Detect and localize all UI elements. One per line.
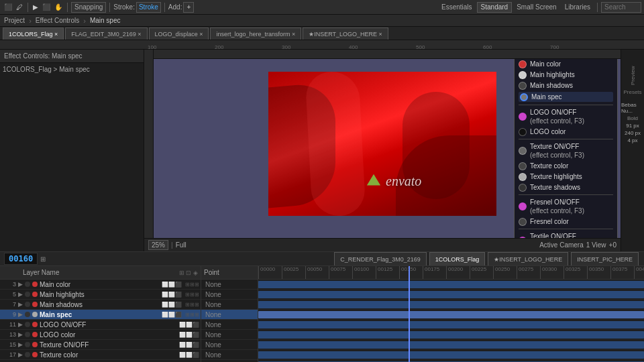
layer-row-13[interactable]: 13 ▶ LOGO color ⬜⬜⬛ <box>0 330 201 340</box>
prop-label-main-highlights: Main highlights <box>530 70 575 79</box>
viewer-tab-insert-logo[interactable]: insert_logo_here_transform × <box>210 27 301 40</box>
layer-name-11: LOGO ON/OFF <box>40 321 177 328</box>
prop-section-textile: Textile ON/OFF(effect control, F3) Texti… <box>519 232 613 238</box>
expand-arrow-11[interactable]: ▶ <box>18 321 23 328</box>
prop-row-main-shadows[interactable]: Main shadows <box>519 81 613 90</box>
layer-num-9: 9 <box>3 311 16 318</box>
layer-row-11[interactable]: 11 ▶ LOGO ON/OFF ⬜⬜⬛ <box>0 320 201 330</box>
toolbar-separator <box>67 3 68 12</box>
track-bar-11 <box>258 321 644 328</box>
prop-circle-main-spec <box>520 93 528 101</box>
zoom-btn[interactable]: 25% <box>148 240 168 250</box>
time-125: 00125 <box>376 266 392 279</box>
layer-name-9: Main spec <box>40 311 160 318</box>
add-icon[interactable]: + <box>183 2 194 13</box>
tool-btn[interactable]: ▶ <box>32 3 40 11</box>
layer-flags-3: ⬜⬜⬛ <box>162 282 182 288</box>
layer-name-header: Layer Name <box>23 269 59 276</box>
timeline-top-bar: 00160 ⊞ C_RENDER_Flag_3M0_2169 1COLORS_F… <box>0 251 644 266</box>
properties-panel: Main color Main highlights Main shadows <box>514 55 618 238</box>
breadcrumb-project[interactable]: Project <box>0 15 29 26</box>
layer-row-5[interactable]: 5 ▶ Main highlights ⬜⬜⬛ ⊞⊞⊞ <box>0 290 201 300</box>
prop-circle-fresnel-color <box>519 218 527 226</box>
prop-label-texture-color: Texture color <box>530 162 568 170</box>
video-canvas: envato <box>268 72 496 216</box>
svg-marker-0 <box>367 174 380 186</box>
standard-btn[interactable]: Standard <box>477 2 513 13</box>
stroke-btn[interactable]: Stroke <box>136 2 161 13</box>
tab-1colors-flag[interactable]: 1COLORS_Flag <box>429 252 486 265</box>
expand-arrow-7[interactable]: ▶ <box>18 301 23 308</box>
prop-row-main-color[interactable]: Main color <box>519 60 613 68</box>
viewer-tab-flag-edit[interactable]: FLAG_EDIT_3M0_2169 × <box>65 27 147 40</box>
toolbar-separator <box>109 3 110 12</box>
snapping-label[interactable]: Snapping <box>71 2 106 13</box>
camera-btn[interactable]: Active Camera <box>539 241 584 249</box>
layer-switch-7: ⊞⊞⊞ <box>185 302 199 308</box>
layer-row-15[interactable]: 15 ▶ Texture ON/OFF ⬜⬜⬛ <box>0 340 201 350</box>
layer-row-17[interactable]: 17 ▶ Texture color ⬜⬜⬛ <box>0 350 201 360</box>
layer-name-13: LOGO color <box>40 331 177 339</box>
layer-num-13: 13 <box>3 331 16 338</box>
essentials-btn[interactable]: Essentials <box>438 3 476 11</box>
layer-flags-11: ⬜⬜⬛ <box>179 322 199 328</box>
time-175: 00175 <box>423 266 439 279</box>
track-row-15 <box>258 340 644 350</box>
timecode-display[interactable]: 00160 <box>4 253 38 265</box>
timeline-main: Layer Name ⊞ ⊡ ◈ 3 ▶ Main color ⬜⬜⬛ ⊞⊞⊞ <box>0 266 644 362</box>
expand-arrow-3[interactable]: ▶ <box>18 281 23 288</box>
tab-insert-logo[interactable]: ★INSERT_LOGO_HERE <box>488 252 568 265</box>
views-btn[interactable]: 1 View <box>586 241 606 249</box>
prop-row-texture-highlights[interactable]: Texture highlights <box>519 172 613 181</box>
prop-row-logo-color[interactable]: LOGO color <box>519 127 613 136</box>
prop-row-textile-onoff[interactable]: Textile ON/OFF(effect control, F3) <box>519 232 613 238</box>
point-none-3: None <box>201 280 258 290</box>
prop-label-logo-color: LOGO color <box>530 127 566 136</box>
layer-row-9[interactable]: 9 ▶ Main spec ⬜⬜⬛ ⊞⊞⊞ <box>0 310 201 320</box>
prop-row-logo-onoff[interactable]: LOGO ON/OFF(effect control, F3) <box>519 108 613 125</box>
tab-insert-pic[interactable]: INSERT_PIC_HERE <box>571 252 639 265</box>
small-screen-btn[interactable]: Small Screen <box>513 3 559 11</box>
expand-arrow-15[interactable]: ▶ <box>18 341 23 348</box>
quality-indicator: | <box>171 241 173 249</box>
quality-btn[interactable]: Full <box>176 241 186 249</box>
breadcrumb-effect-controls[interactable]: Effect Controls <box>32 15 83 26</box>
prop-row-main-highlights[interactable]: Main highlights <box>519 70 613 79</box>
layer-row-3[interactable]: 3 ▶ Main color ⬜⬜⬛ ⊞⊞⊞ <box>0 280 201 290</box>
search-input[interactable] <box>601 2 641 13</box>
tool-btn[interactable]: ⬛ <box>41 3 52 11</box>
tool-btn[interactable]: 🖊 <box>15 3 24 11</box>
expand-arrow-5[interactable]: ▶ <box>18 291 23 298</box>
prop-row-texture-onoff[interactable]: Texture ON/OFF(effect control, F3) <box>519 142 613 160</box>
envato-icon <box>366 173 382 189</box>
layer-num-17: 17 <box>3 351 16 358</box>
layer-icon-3 <box>32 282 38 287</box>
layer-flags-9: ⬜⬜⬛ <box>162 312 182 318</box>
tab-c-render[interactable]: C_RENDER_Flag_3M0_2169 <box>334 252 427 265</box>
prop-row-texture-shadows[interactable]: Texture shadows <box>519 183 613 192</box>
prop-row-texture-color[interactable]: Texture color <box>519 162 613 170</box>
point-none-5: None <box>201 290 258 300</box>
expand-arrow-17[interactable]: ▶ <box>18 351 23 358</box>
layer-solo-11 <box>25 322 30 327</box>
stroke-label: Stroke: <box>113 3 135 11</box>
layer-row-7[interactable]: 7 ▶ Main shadows ⬜⬜⬛ ⊞⊞⊞ <box>0 300 201 310</box>
viewer-tab-1colors-flag[interactable]: 1COLORS_Flag × <box>3 27 64 40</box>
viewer-tab-insert-logo-here[interactable]: ★INSERT_LOGO_HERE × <box>303 27 388 40</box>
libraries-btn[interactable]: Libraries <box>561 3 594 11</box>
layer-solo-15 <box>25 342 30 347</box>
time-375: 00375 <box>610 266 627 279</box>
prop-row-fresnel-color[interactable]: Fresnel color <box>519 217 613 226</box>
prop-circle-main-color <box>519 60 527 68</box>
tool-btn[interactable]: ✋ <box>53 3 64 11</box>
expand-arrow-9[interactable]: ▶ <box>18 311 23 318</box>
tool-btn[interactable]: ⬛ <box>3 3 13 11</box>
expand-icon[interactable]: ⊞ <box>40 255 46 263</box>
layer-icon-17 <box>32 352 38 357</box>
prop-row-fresnel-onoff[interactable]: Fresnel ON/OFF(effect control, F3) <box>519 198 613 215</box>
prop-row-main-spec[interactable]: Main spec <box>519 92 613 102</box>
viewer-tab-logo-displace[interactable]: LOGO_displace × <box>149 27 209 40</box>
expand-arrow-13[interactable]: ▶ <box>18 331 23 338</box>
point-none-11: None <box>201 320 258 330</box>
time-275: 00275 <box>517 266 533 279</box>
